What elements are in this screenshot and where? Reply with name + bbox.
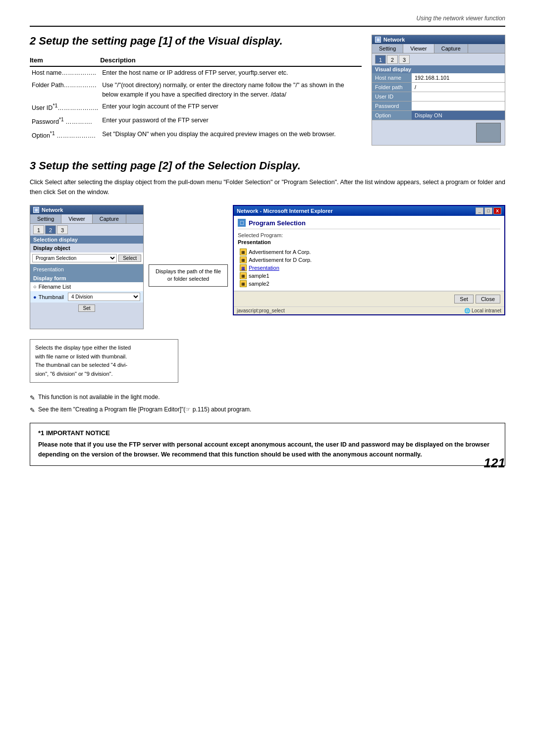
ie-titlebar: Network - Microsoft Internet Explorer _ … — [234, 206, 504, 216]
table-row-desc: Use "/"(root directory) normally, or ent… — [100, 79, 362, 101]
top-divider — [30, 26, 505, 27]
ie-maximize-btn[interactable]: □ — [484, 207, 492, 214]
radio-filename-icon: ○ — [33, 284, 37, 290]
net-field-label: Host name — [372, 73, 412, 82]
net-num-2[interactable]: 2 — [387, 55, 398, 64]
net-field-value: 192.168.1.101 — [412, 73, 505, 82]
ie-window: Network - Microsoft Internet Explorer _ … — [233, 205, 505, 315]
net-tabs-s2: Setting Viewer Capture — [372, 44, 505, 53]
net-tab-capture[interactable]: Capture — [434, 44, 468, 53]
net-field-label: Password — [372, 101, 412, 110]
net-field-label: User ID — [372, 92, 412, 101]
ie-controls: _ □ X — [476, 207, 501, 214]
ie-status-zone: 🌐 Local intranet — [464, 308, 501, 313]
file-icon: ▦ — [240, 272, 247, 279]
net-field-row: Password — [372, 101, 505, 111]
net-bottom-s2 — [372, 120, 505, 145]
tooltip-line-1: Selects the display type either the list… — [35, 344, 173, 353]
list-item[interactable]: ▦Advertisement for A Corp. — [238, 248, 500, 256]
net-num-row-s3: 1 2 3 — [30, 224, 143, 236]
net-tabs-s3: Setting Viewer Capture — [30, 214, 143, 224]
file-icon: ▦ — [240, 264, 247, 271]
list-item[interactable]: ▦sample2 — [238, 280, 500, 288]
ie-zone-text: Local intranet — [472, 308, 501, 313]
net-title-s3: Network — [42, 207, 63, 213]
net-field-row: Folder path/ — [372, 83, 505, 92]
section2-title: 2 Setup the setting page [1] of the Visu… — [30, 35, 362, 48]
file-icon: ▦ — [240, 249, 247, 255]
important-box: *1 IMPORTANT NOTICE Please note that if … — [30, 423, 505, 466]
tooltip-line-4: sion", "6 division" or "9 division". — [35, 370, 173, 379]
select-button[interactable]: Select — [118, 254, 141, 262]
table-row-desc: Set "Display ON" when you display the ac… — [100, 128, 362, 142]
tooltip-line-3: The thumbnail can be selected "4 divi- — [35, 361, 173, 370]
net-panel-left: ⊞ Network Setting Viewer Capture 1 2 3 S… — [30, 205, 144, 329]
tree-item-label: Advertisement for A Corp. — [249, 249, 311, 255]
ie-set-button[interactable]: Set — [454, 295, 474, 303]
display-object-row: Program Selection Folder Selection Selec… — [30, 252, 143, 264]
net-num-3-s3[interactable]: 3 — [57, 225, 68, 234]
net-num-1-s3[interactable]: 1 — [33, 225, 44, 234]
thumbnail-label: Thumbnail — [39, 294, 64, 300]
table-row-item: User ID*1……………….. — [30, 101, 100, 114]
table-row-desc: Enter your password of the FTP server — [100, 114, 362, 128]
net-field-row: Host name192.168.1.101 — [372, 73, 505, 83]
list-item[interactable]: ▦Presentation — [238, 264, 500, 272]
net-tab-capture-s3[interactable]: Capture — [93, 214, 126, 223]
net-selection-display-header: Selection display — [30, 236, 143, 244]
table-row-item: Host name…………….. — [30, 66, 100, 79]
panel-bottom-space — [30, 314, 143, 329]
net-tab-viewer-s3[interactable]: Viewer — [61, 214, 92, 223]
ie-minimize-btn[interactable]: _ — [476, 207, 483, 214]
important-title: *1 IMPORTANT NOTICE — [38, 429, 497, 437]
net-field-value — [412, 101, 505, 110]
note-text-2: See the item "Creating a Program file [P… — [38, 405, 251, 414]
ie-close-button[interactable]: Close — [476, 295, 500, 303]
ie-close-btn[interactable]: X — [493, 207, 501, 214]
net-tab-viewer[interactable]: Viewer — [403, 44, 434, 53]
table-row-item: Option*1 ………………. — [30, 128, 100, 142]
tree-item-label: sample2 — [249, 281, 269, 287]
set-button[interactable]: Set — [78, 304, 95, 312]
filename-list-label: Filename List — [39, 284, 71, 290]
section3-title: 3 Setup the setting page [2] of the Sele… — [30, 159, 505, 172]
page-number: 121 — [484, 455, 505, 471]
callout-text: Displays the path of the file or folder … — [156, 268, 221, 282]
section3-desc: Click Select after selecting the display… — [30, 177, 505, 197]
display-object-value: Program Selection Folder Selection Selec… — [30, 252, 143, 264]
callout-box: Displays the path of the file or folder … — [149, 264, 228, 287]
display-object-select[interactable]: Program Selection Folder Selection — [32, 254, 117, 262]
net-tab-setting-s3[interactable]: Setting — [30, 214, 61, 223]
presentation-row: Presentation — [30, 264, 143, 274]
net-num-row-s2: 1 2 3 — [372, 53, 505, 65]
ie-status-url: javascript:prog_select — [237, 308, 285, 313]
thumbnail-radio[interactable]: ● Thumbnail 4 Division 6 Division 9 Divi… — [30, 291, 143, 302]
col-item-header: Item — [30, 54, 100, 66]
net-title-text: Network — [383, 37, 405, 43]
ie-content: ☐ Program Selection Selected Program: Pr… — [234, 216, 504, 291]
list-item[interactable]: ▦Advertisement for D Corp. — [238, 256, 500, 264]
net-num-1[interactable]: 1 — [375, 55, 386, 64]
set-row: Set — [30, 302, 143, 314]
radio-thumbnail-icon: ● — [33, 294, 37, 300]
list-item[interactable]: ▦sample1 — [238, 272, 500, 280]
note-2: ✎ See the item "Creating a Program file … — [30, 405, 505, 415]
table-row-desc: Enter your login account of the FTP serv… — [100, 101, 362, 114]
filename-list-radio[interactable]: ○ Filename List — [30, 282, 143, 291]
important-text: Please note that if you use the FTP serv… — [38, 440, 497, 459]
note-1: ✎ This function is not available in the … — [30, 393, 505, 403]
net-num-2-s3[interactable]: 2 — [45, 225, 56, 234]
net-preview-thumb — [476, 123, 501, 143]
division-select[interactable]: 4 Division 6 Division 9 Division — [68, 293, 140, 301]
table-row-desc: Enter the host name or IP address of FTP… — [100, 66, 362, 79]
net-tab-setting[interactable]: Setting — [372, 44, 403, 53]
display-form-header: Display form — [30, 274, 143, 282]
ie-bottom-buttons: Set Close — [234, 291, 504, 306]
ie-selected-value: Presentation — [238, 239, 500, 245]
page-category-label: Using the network viewer function — [30, 10, 505, 22]
ie-title-text: Network - Microsoft Internet Explorer — [237, 208, 333, 214]
net-field-row: OptionDisplay ON — [372, 111, 505, 120]
tree-item-label: Presentation — [249, 265, 279, 271]
net-num-3[interactable]: 3 — [399, 55, 410, 64]
net-field-label: Folder path — [372, 83, 412, 92]
